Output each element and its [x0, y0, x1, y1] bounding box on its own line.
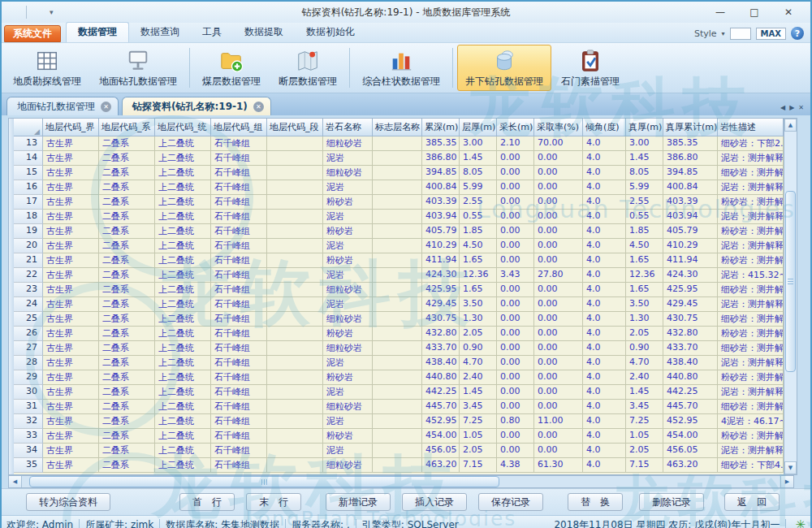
row-number[interactable]: 26 — [14, 327, 43, 341]
table-cell[interactable]: 0.00 — [534, 444, 583, 458]
row-number[interactable]: 22 — [14, 268, 43, 283]
table-cell[interactable] — [373, 444, 422, 458]
table-cell[interactable]: 386.80 — [422, 151, 460, 166]
table-cell[interactable]: 上二叠统 — [155, 210, 211, 224]
table-cell[interactable]: 泥岩 — [323, 239, 373, 253]
table-cell[interactable]: 古生界 — [43, 195, 99, 210]
table-cell[interactable]: 二叠系 — [99, 341, 155, 356]
table-cell[interactable]: 泥岩 — [323, 385, 373, 400]
h-scrollbar[interactable]: ◀ ▶ — [8, 475, 794, 488]
table-cell[interactable]: 8.05 — [626, 166, 663, 180]
table-cell[interactable]: 二叠系 — [99, 327, 155, 341]
table-cell[interactable]: 古生界 — [43, 166, 99, 180]
table-cell[interactable]: 456.05 — [663, 444, 718, 458]
row-number[interactable]: 31 — [14, 400, 43, 414]
table-cell[interactable]: 429.45 — [422, 297, 460, 312]
table-cell[interactable]: 二叠系 — [99, 210, 155, 224]
table-cell[interactable]: 石千峰组 — [211, 268, 267, 283]
document-tab[interactable]: 钻探资料(钻孔名称:19-1)✕ — [122, 97, 271, 115]
table-cell[interactable] — [267, 458, 323, 473]
close-button[interactable]: ✕ — [778, 5, 799, 19]
scroll-left-button[interactable]: ◀ — [9, 476, 22, 487]
table-cell[interactable]: 石千峰组 — [211, 151, 267, 166]
table-cell[interactable] — [373, 166, 422, 180]
table-cell[interactable]: 石千峰组 — [211, 356, 267, 370]
table-cell[interactable]: 442.25 — [663, 385, 718, 400]
table-cell[interactable]: 石千峰组 — [211, 327, 267, 341]
table-cell[interactable]: 425.95 — [663, 283, 718, 297]
column-header[interactable]: 真厚(m) — [626, 119, 663, 136]
table-cell[interactable]: 细砂岩：下部4.43m — [718, 458, 784, 473]
table-cell[interactable]: 上二叠统 — [155, 356, 211, 370]
table-cell[interactable]: 二叠系 — [99, 414, 155, 429]
table-cell[interactable]: 0.00 — [497, 400, 534, 414]
table-cell[interactable]: 0.00 — [534, 356, 583, 370]
table-cell[interactable]: 0.00 — [534, 224, 583, 239]
table-cell[interactable]: 粉砂岩 — [323, 195, 373, 210]
table-cell[interactable]: 石千峰组 — [211, 253, 267, 268]
table-cell[interactable]: 440.80 — [422, 370, 460, 385]
tab-scroll-right-icon[interactable]: ▶ — [789, 104, 794, 111]
table-cell[interactable]: 2.55 — [460, 195, 497, 210]
table-cell[interactable]: 上二叠统 — [155, 283, 211, 297]
table-cell[interactable]: 1.65 — [460, 283, 497, 297]
action-button[interactable]: 保存记录 — [478, 493, 543, 511]
row-number[interactable]: 23 — [14, 283, 43, 297]
table-cell[interactable]: 0.80 — [497, 414, 534, 429]
table-cell[interactable] — [267, 370, 323, 385]
table-cell[interactable]: 0.00 — [497, 327, 534, 341]
tab-close-all-icon[interactable]: ✕ — [798, 104, 804, 111]
table-cell[interactable] — [373, 370, 422, 385]
v-scroll-track[interactable] — [784, 132, 797, 461]
table-cell[interactable]: 452.95 — [663, 414, 718, 429]
table-cell[interactable]: 0.00 — [497, 224, 534, 239]
table-cell[interactable]: 424.30 — [422, 268, 460, 283]
table-cell[interactable]: 细砂岩：测井解释. — [718, 166, 784, 180]
table-cell[interactable]: 石千峰组 — [211, 370, 267, 385]
column-header[interactable]: 岩性描述 — [718, 119, 784, 136]
column-header[interactable]: 真厚累计(m) — [663, 119, 718, 136]
table-cell[interactable]: 403.94 — [422, 210, 460, 224]
row-number[interactable]: 18 — [14, 210, 43, 224]
table-cell[interactable]: 0.00 — [534, 385, 583, 400]
table-cell[interactable]: 二叠系 — [99, 385, 155, 400]
table-cell[interactable]: 438.40 — [663, 356, 718, 370]
table-cell[interactable]: 0.90 — [626, 341, 663, 356]
table-cell[interactable]: 5.99 — [460, 180, 497, 195]
table-cell[interactable] — [373, 210, 422, 224]
row-number[interactable]: 29 — [14, 370, 43, 385]
scroll-up-button[interactable]: ▲ — [784, 119, 797, 132]
table-cell[interactable]: 1.30 — [626, 312, 663, 327]
table-cell[interactable]: 411.94 — [422, 253, 460, 268]
table-cell[interactable]: 泥岩：测井解释. — [718, 297, 784, 312]
table-cell[interactable]: 430.75 — [663, 312, 718, 327]
table-cell[interactable]: 粉砂岩 — [323, 327, 373, 341]
table-cell[interactable]: 石千峰组 — [211, 210, 267, 224]
table-cell[interactable]: 石千峰组 — [211, 195, 267, 210]
table-cell[interactable] — [373, 429, 422, 444]
table-cell[interactable]: 二叠系 — [99, 268, 155, 283]
table-cell[interactable]: 泥岩 — [323, 210, 373, 224]
table-cell[interactable] — [267, 297, 323, 312]
table-cell[interactable] — [267, 327, 323, 341]
toolbar-button[interactable]: 煤层数据管理 — [194, 45, 269, 91]
table-cell[interactable] — [267, 385, 323, 400]
table-cell[interactable]: 0.00 — [534, 341, 583, 356]
table-cell[interactable]: 石千峰组 — [211, 341, 267, 356]
table-cell[interactable]: 0.00 — [497, 341, 534, 356]
table-cell[interactable]: 二叠系 — [99, 429, 155, 444]
table-cell[interactable]: 440.80 — [663, 370, 718, 385]
table-cell[interactable]: 2.40 — [626, 370, 663, 385]
table-cell[interactable]: 石千峰组 — [211, 400, 267, 414]
table-cell[interactable]: 2.05 — [460, 444, 497, 458]
table-cell[interactable] — [373, 239, 422, 253]
table-cell[interactable]: 上二叠统 — [155, 224, 211, 239]
table-cell[interactable]: 0.55 — [460, 210, 497, 224]
table-cell[interactable]: 3.50 — [460, 297, 497, 312]
table-cell[interactable]: 4.50 — [626, 239, 663, 253]
table-cell[interactable]: 394.85 — [422, 166, 460, 180]
table-cell[interactable]: 456.05 — [422, 444, 460, 458]
table-cell[interactable] — [267, 268, 323, 283]
table-cell[interactable]: 452.95 — [422, 414, 460, 429]
table-cell[interactable]: 445.70 — [663, 400, 718, 414]
